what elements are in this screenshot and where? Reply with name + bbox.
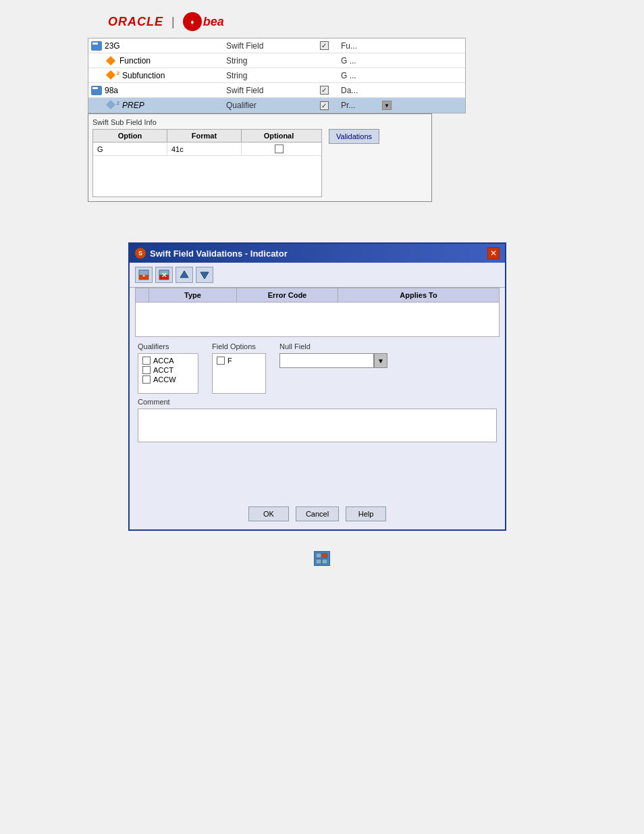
header-checkbox-col <box>136 288 149 302</box>
row-name-23g: 23G <box>91 41 226 51</box>
cancel-button[interactable]: Cancel <box>296 506 339 521</box>
tree-table-panel: 23G Swift Field Fu... Function String G … <box>88 38 466 113</box>
acca-label: ACCA <box>153 357 174 365</box>
svg-text:+: + <box>142 273 146 279</box>
delete-row-button[interactable]: ✕ <box>155 267 173 283</box>
sub-field-panel: Swift Sub Field Info Option Format Optio… <box>88 113 432 202</box>
ok-button[interactable]: OK <box>248 506 289 521</box>
header-error-code: Error Code <box>237 288 338 302</box>
svg-text:✕: ✕ <box>161 271 167 279</box>
table-row[interactable]: 23G Swift Field Fu... <box>88 38 465 53</box>
scroll-down-arrow[interactable]: ▼ <box>382 101 392 110</box>
diamond-icon <box>106 55 115 65</box>
diamond2-icon <box>106 100 115 109</box>
sub-field-table-wrapper: Option Format Optional G 41c Validations <box>92 129 427 197</box>
scrollbar[interactable]: ▼ <box>381 101 392 110</box>
header-type: Type <box>149 288 237 302</box>
bea-icon: ♦ <box>183 12 202 31</box>
cell-optional <box>242 142 316 155</box>
table-row: G 41c <box>93 142 321 156</box>
row-name-98a: 98a <box>91 86 226 95</box>
row-type: Qualifier <box>226 101 307 110</box>
help-button[interactable]: Help <box>346 506 386 521</box>
comment-textarea[interactable] <box>138 409 497 442</box>
modal-window: S Swift Field Validations - Indicator ✕ … <box>128 242 506 531</box>
table-row[interactable]: 2 Subfunction String G ... <box>88 68 465 83</box>
modal-form: Qualifiers ACCA ACCT ACCW <box>130 337 505 452</box>
acca-checkbox[interactable] <box>142 357 151 365</box>
list-item[interactable]: ACCW <box>142 375 194 384</box>
row-type: String <box>226 71 307 80</box>
diamond2-icon <box>106 70 115 79</box>
acct-checkbox[interactable] <box>142 366 151 374</box>
list-item[interactable]: F <box>217 357 261 365</box>
list-item[interactable]: ACCT <box>142 366 194 374</box>
row-name-function: Function <box>91 56 226 66</box>
sub-field-title: Swift Sub Field Info <box>92 118 427 126</box>
header-applies-to: Applies To <box>338 288 499 302</box>
superscript: 2 <box>117 70 119 76</box>
modal-close-button[interactable]: ✕ <box>487 247 500 259</box>
row-label: Subfunction <box>122 71 165 80</box>
spacer <box>0 202 644 222</box>
table-row[interactable]: Function String G ... <box>88 53 465 68</box>
oracle-logo: ORACLE <box>108 15 163 29</box>
move-down-button[interactable] <box>196 267 213 283</box>
cell-option: G <box>93 142 167 155</box>
header-optional: Optional <box>242 130 316 142</box>
svg-rect-11 <box>322 559 327 564</box>
f-label: F <box>227 357 232 365</box>
row-label: 98a <box>105 86 118 95</box>
logo-divider: | <box>171 15 175 29</box>
table-header-row: Option Format Optional <box>93 130 321 142</box>
row-check <box>307 86 341 95</box>
null-field-section: Null Field ▼ <box>279 342 387 394</box>
grid-svg <box>315 552 329 565</box>
add-icon: + <box>138 269 149 280</box>
f-checkbox[interactable] <box>217 357 225 365</box>
svg-rect-9 <box>322 553 327 558</box>
table-row[interactable]: 98a Swift Field Da... <box>88 83 465 98</box>
row-extra: Fu... <box>341 41 381 51</box>
null-field-select-wrapper: ▼ <box>279 353 387 368</box>
qualifiers-section: Qualifiers ACCA ACCT ACCW <box>138 342 198 394</box>
modal-title: Swift Field Validations - Indicator <box>150 249 288 259</box>
modal-table-body <box>136 303 499 336</box>
modal-toolbar: + ✕ <box>130 263 505 288</box>
field-options-box: F <box>212 353 266 394</box>
check-icon <box>320 86 329 95</box>
null-field-label: Null Field <box>279 342 387 350</box>
grid-icon <box>314 551 330 566</box>
list-item[interactable]: ACCA <box>142 357 194 365</box>
validations-button[interactable]: Validations <box>329 129 379 144</box>
bea-text: bea <box>203 15 224 29</box>
table-row[interactable]: 2 PREP Qualifier Pr... ▼ <box>88 98 465 113</box>
header-option: Option <box>93 130 167 142</box>
row-check <box>307 41 341 50</box>
logo-area: ORACLE | ♦ bea <box>0 0 644 38</box>
modal-footer: OK Cancel Help <box>130 452 505 529</box>
empty-rows <box>93 156 321 197</box>
modal-table-header: Type Error Code Applies To <box>136 288 499 303</box>
optional-checkbox[interactable] <box>275 145 284 153</box>
row-type: Swift Field <box>226 86 307 95</box>
row-type: Swift Field <box>226 41 307 51</box>
modal-title-left: S Swift Field Validations - Indicator <box>135 248 288 259</box>
form-section-row: Qualifiers ACCA ACCT ACCW <box>138 342 497 394</box>
bottom-icon-area <box>0 551 644 566</box>
accw-label: ACCW <box>153 375 176 384</box>
select-dropdown-arrow[interactable]: ▼ <box>374 353 387 368</box>
swift-icon <box>91 86 102 95</box>
row-type: String <box>226 56 307 66</box>
check-icon <box>320 101 329 110</box>
move-up-button[interactable] <box>176 267 193 283</box>
row-name-subfunction: 2 Subfunction <box>91 71 226 80</box>
add-row-button[interactable]: + <box>135 267 153 283</box>
svg-rect-10 <box>316 559 321 564</box>
svg-marker-7 <box>200 272 209 279</box>
modal-table: Type Error Code Applies To <box>135 288 500 337</box>
row-check <box>307 101 341 110</box>
accw-checkbox[interactable] <box>142 375 151 384</box>
null-field-select[interactable] <box>279 353 374 368</box>
acct-label: ACCT <box>153 366 173 374</box>
